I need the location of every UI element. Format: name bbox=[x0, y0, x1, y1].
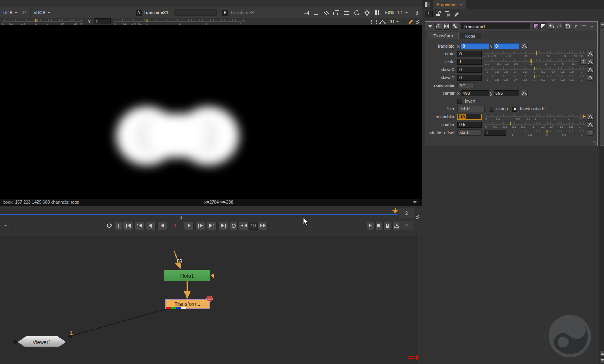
ab-blend-dropdown[interactable]: - bbox=[174, 9, 217, 16]
black-outside-checkbox[interactable] bbox=[512, 107, 517, 112]
shutter-offset-slider[interactable]: -1-0.500.51 bbox=[509, 129, 585, 136]
wrench-icon[interactable] bbox=[451, 23, 458, 30]
status-dropdown-icon[interactable] bbox=[413, 201, 417, 203]
gamma-slider[interactable]: 00.10.40.71234 bbox=[114, 18, 246, 26]
panel-resize-grip[interactable] bbox=[593, 141, 597, 145]
collapse-ruler-icon[interactable] bbox=[416, 20, 419, 24]
roi-gear-icon[interactable] bbox=[363, 9, 371, 16]
translate-y-field[interactable]: 0 bbox=[494, 43, 519, 49]
scrollbar-thumb[interactable] bbox=[600, 28, 604, 146]
skew-y-field[interactable]: 0 bbox=[457, 75, 482, 81]
gain-slider[interactable]: 00.10.313103064 bbox=[2, 18, 83, 26]
pause-icon[interactable] bbox=[374, 9, 381, 16]
viewer-canvas[interactable] bbox=[0, 25, 422, 199]
stop-playback-icon[interactable] bbox=[375, 222, 382, 230]
step-forward-button[interactable] bbox=[195, 222, 205, 230]
wipe-overlay-icon[interactable] bbox=[322, 9, 330, 16]
node-roto1[interactable]: Roto1 bbox=[164, 270, 210, 281]
node-graph-scrollbar[interactable] bbox=[418, 236, 421, 364]
motionblur-animation-button[interactable] bbox=[587, 114, 594, 120]
timeline-options-icon[interactable] bbox=[4, 225, 7, 226]
redo-icon[interactable] bbox=[556, 23, 563, 30]
channel-dropdown[interactable]: RGB bbox=[3, 10, 18, 15]
rotate-field[interactable]: 0 bbox=[457, 51, 482, 57]
float-panel-icon[interactable] bbox=[580, 23, 587, 30]
skew-x-animation-button[interactable] bbox=[587, 66, 594, 73]
clamp-checkbox[interactable] bbox=[489, 107, 494, 112]
range-end-field[interactable]: 2 bbox=[399, 208, 414, 218]
edit-pencil-icon[interactable] bbox=[454, 11, 460, 17]
pane-layout-icon[interactable] bbox=[424, 2, 430, 7]
help-button[interactable]: ? bbox=[573, 23, 579, 30]
crop-to-format-icon[interactable] bbox=[312, 9, 320, 16]
shutter-animation-button[interactable] bbox=[587, 121, 594, 128]
invert-checkbox[interactable] bbox=[457, 99, 462, 104]
center-x-field[interactable]: 493 bbox=[461, 90, 489, 96]
shutter-offset-dropdown[interactable]: start bbox=[457, 129, 482, 136]
max-panels-field[interactable]: 1 bbox=[425, 11, 433, 17]
skew-x-slider[interactable]: -1-0.8-0.6-0.4-0.200.20.40.60.81 bbox=[484, 66, 585, 74]
show-overlay-icon[interactable] bbox=[333, 9, 341, 16]
node-transform1[interactable]: Transform1 A bbox=[165, 299, 210, 309]
scroll-down-button[interactable] bbox=[600, 357, 604, 363]
set-in-point-button[interactable]: I bbox=[115, 222, 122, 230]
collapse-timeline-icon[interactable] bbox=[416, 215, 419, 219]
close-tab-icon[interactable]: × bbox=[460, 2, 462, 7]
node-viewer1[interactable]: Viewer1 bbox=[18, 336, 66, 347]
timeline-track[interactable]: 2 2 bbox=[0, 206, 422, 220]
tab-node[interactable]: Node bbox=[460, 33, 481, 39]
node-glyph-icon[interactable] bbox=[444, 23, 450, 30]
frame-skip-field[interactable]: 10 bbox=[249, 222, 258, 230]
revert-icon[interactable] bbox=[564, 23, 571, 30]
view-mode-dropdown[interactable]: 2D bbox=[389, 19, 399, 24]
gamma-input[interactable]: 1 bbox=[94, 18, 111, 24]
loop-mode-icon[interactable] bbox=[105, 222, 113, 229]
tracker-icon[interactable] bbox=[379, 19, 386, 24]
update-cycle-icon[interactable] bbox=[353, 9, 361, 16]
scale-slider[interactable]: 0.10.20.30.5123510 bbox=[484, 58, 578, 66]
close-panel-icon[interactable]: × bbox=[589, 23, 595, 30]
shutter-slider[interactable]: 00.20.40.60.811.21.41.61.82 bbox=[484, 121, 585, 129]
rotate-slider[interactable]: -180-150-100-50050100150180 bbox=[484, 50, 585, 58]
pixel-aspect-dropdown[interactable]: 1:1 bbox=[397, 10, 408, 15]
goto-end-button[interactable] bbox=[218, 222, 228, 230]
current-frame-field[interactable]: 1 bbox=[170, 223, 180, 228]
filter-dropdown[interactable]: cubic bbox=[457, 106, 485, 112]
b-buffer-node[interactable]: Transform34 bbox=[230, 10, 254, 15]
play-backward-button[interactable] bbox=[157, 222, 167, 230]
colorspace-dropdown[interactable]: sRGB bbox=[34, 10, 50, 15]
set-out-point-button[interactable]: O bbox=[230, 222, 238, 230]
goto-start-button[interactable] bbox=[123, 222, 133, 230]
motionblur-field[interactable]: 10 bbox=[457, 114, 482, 120]
scroll-up-button[interactable] bbox=[600, 21, 604, 27]
scroll-up-button-bottom[interactable] bbox=[600, 351, 604, 357]
skip-back-button[interactable] bbox=[239, 222, 249, 230]
shutter-offset-field[interactable]: 0 bbox=[484, 130, 506, 136]
translate-animation-button[interactable] bbox=[521, 43, 528, 49]
node-name-field[interactable]: Transform1 bbox=[461, 23, 530, 29]
a-buffer-chip[interactable]: A bbox=[136, 10, 142, 16]
clear-panels-icon[interactable] bbox=[445, 11, 451, 17]
realtime-playback-icon[interactable] bbox=[367, 222, 374, 230]
skew-y-slider[interactable]: -1-0.8-0.6-0.4-0.200.20.40.60.81 bbox=[484, 74, 585, 81]
scale-animation-button[interactable] bbox=[587, 59, 594, 65]
marquee-select-icon[interactable] bbox=[371, 20, 377, 24]
prev-keyframe-button[interactable] bbox=[134, 222, 144, 230]
gl-color-swatch[interactable] bbox=[540, 23, 546, 29]
skip-forward-button[interactable] bbox=[258, 222, 268, 230]
scale-split-button[interactable]: 2 bbox=[580, 59, 586, 65]
motionblur-slider[interactable]: 00.10.40.71234 bbox=[484, 113, 585, 121]
center-animation-button[interactable] bbox=[521, 90, 528, 96]
center-y-field[interactable]: 556 bbox=[494, 90, 519, 96]
node-graph-pane[interactable]: bg Roto1 Transform1 A 1 Viewer1 bbox=[0, 236, 422, 364]
skew-y-animation-button[interactable] bbox=[587, 74, 594, 81]
skew-order-dropdown[interactable]: XY bbox=[457, 82, 475, 88]
tab-transform[interactable]: Transform bbox=[428, 32, 459, 39]
shutter-field[interactable]: 0.5 bbox=[457, 122, 482, 128]
frame-format-icon[interactable] bbox=[302, 9, 310, 16]
collapse-toolbar-icon[interactable] bbox=[416, 11, 418, 15]
b-buffer-chip[interactable]: B bbox=[222, 10, 228, 16]
a-buffer-node[interactable]: Transform34 bbox=[144, 10, 168, 15]
properties-scrollbar[interactable] bbox=[599, 21, 604, 364]
lock-range-icon[interactable] bbox=[383, 222, 391, 230]
